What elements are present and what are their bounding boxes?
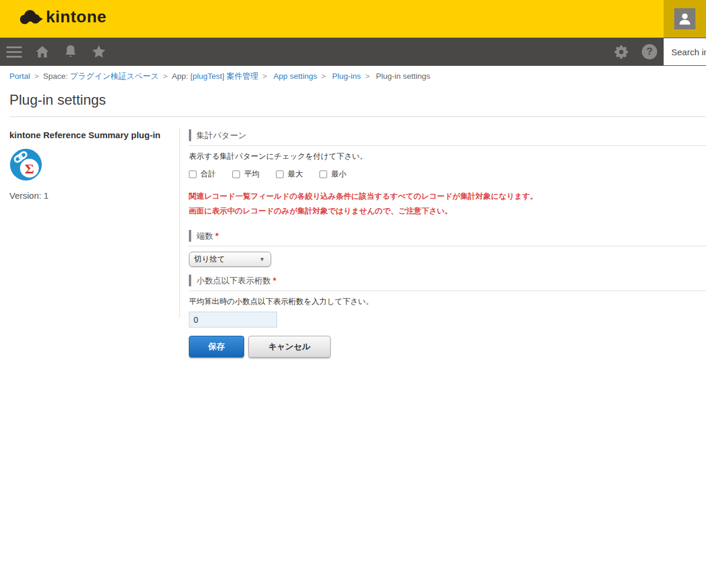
plugin-name: kintone Reference Summary plug-in (9, 129, 170, 141)
nav-right-group: ? (607, 38, 706, 66)
favorites-button[interactable] (85, 38, 113, 66)
plugin-settings-form: 集計パターン 表示する集計パターンにチェックを付けて下さい。 合計 平均 最大 … (189, 129, 706, 358)
menu-hamburger-button[interactable] (0, 38, 28, 66)
person-icon (677, 11, 692, 26)
hamburger-icon (6, 46, 22, 58)
checkbox-max-box (276, 171, 284, 178)
summary-pattern-heading-label: 集計パターン (189, 129, 247, 141)
breadcrumb-current: Plug-in settings (376, 72, 430, 81)
breadcrumb-prefix-app: App: (172, 72, 188, 81)
form-buttons: 保存 キャンセル (189, 336, 706, 358)
page-title: Plug-in settings (9, 92, 106, 108)
warning-line-2: 画面に表示中のレコードのみが集計対象ではりませんので、ご注意下さい。 (189, 203, 706, 218)
breadcrumb-link-app-settings[interactable]: App settings (274, 72, 317, 81)
breadcrumb-separator: > (34, 72, 39, 81)
decimal-places-input[interactable] (189, 312, 277, 328)
rounding-heading-label: 端数* (189, 230, 218, 242)
user-avatar-button[interactable] (674, 8, 695, 29)
checkbox-min[interactable]: 最小 (319, 169, 347, 179)
section-rounding-heading: 端数* (189, 230, 706, 246)
checkbox-min-label: 最小 (331, 169, 347, 179)
gear-icon (614, 44, 629, 59)
checkbox-max-label: 最大 (288, 169, 303, 179)
breadcrumb-link-portal[interactable]: Portal (9, 72, 30, 81)
global-nav-bar: ? (0, 38, 706, 66)
warning-line-1: 関連レコード一覧フィールドの各絞り込み条件に該当するすべてのレコードが集計対象に… (189, 189, 706, 203)
checkbox-max[interactable]: 最大 (276, 169, 303, 179)
checkbox-average-box (232, 171, 240, 178)
breadcrumb: Portal>Space: プラグイン検証スペース>App: [plugTest… (9, 71, 430, 82)
save-button[interactable]: 保存 (189, 336, 244, 358)
checkbox-min-box (319, 171, 327, 178)
breadcrumb-separator: > (321, 72, 326, 81)
sigma-glyph: Σ (25, 161, 34, 176)
star-icon (91, 44, 107, 60)
breadcrumb-separator: > (163, 72, 168, 81)
plugin-info-panel: kintone Reference Summary plug-in Σ Vers… (9, 129, 170, 201)
checkbox-total[interactable]: 合計 (189, 169, 216, 179)
breadcrumb-separator: > (365, 72, 369, 81)
section-summary-pattern-heading: 集計パターン (189, 129, 706, 146)
help-icon: ? (642, 44, 657, 59)
breadcrumb-link-plugins[interactable]: Plug-ins (332, 72, 361, 81)
plugin-icon: Σ (9, 148, 42, 181)
help-button[interactable]: ? (635, 38, 664, 66)
bell-icon (64, 44, 78, 59)
checkbox-total-label: 合計 (201, 169, 216, 179)
top-header-bar: kintone (0, 0, 706, 38)
kintone-logo[interactable]: kintone (18, 8, 106, 26)
panel-divider (179, 128, 180, 318)
decimal-heading-label: 小数点以下表示桁数* (189, 275, 276, 286)
plugin-version: Version: 1 (9, 191, 170, 201)
title-divider (9, 116, 706, 117)
notifications-button[interactable] (56, 38, 85, 66)
rounding-select[interactable]: 切り捨て ▼ (189, 252, 271, 267)
decimal-instruction: 平均算出時の小数点以下表示桁数を入力して下さい。 (189, 296, 706, 307)
checkbox-average-label: 平均 (244, 169, 259, 179)
checkbox-total-box (189, 171, 197, 178)
plugin-settings-page: kintone (0, 0, 706, 588)
checkbox-average[interactable]: 平均 (232, 169, 259, 179)
required-asterisk: * (215, 231, 218, 240)
home-icon (35, 44, 50, 59)
settings-button[interactable] (607, 38, 635, 66)
account-area (664, 0, 706, 38)
chevron-down-icon: ▼ (259, 256, 265, 262)
home-button[interactable] (28, 38, 56, 66)
global-search-input[interactable] (664, 38, 706, 65)
summary-pattern-checkbox-row: 合計 平均 最大 最小 (189, 169, 706, 179)
required-asterisk: * (273, 276, 276, 285)
kintone-cloud-icon (18, 8, 44, 26)
warning-messages: 関連レコード一覧フィールドの各絞り込み条件に該当するすべてのレコードが集計対象に… (189, 189, 706, 218)
breadcrumb-separator: > (262, 72, 267, 81)
cancel-button[interactable]: キャンセル (248, 336, 331, 358)
breadcrumb-prefix-space: Space: (43, 72, 68, 81)
kintone-logo-text: kintone (46, 8, 106, 26)
rounding-selected-value: 切り捨て (194, 254, 225, 265)
summary-pattern-instruction: 表示する集計パターンにチェックを付けて下さい。 (189, 151, 706, 162)
breadcrumb-link-app[interactable]: [plugTest] 案件管理 (190, 72, 258, 81)
breadcrumb-link-space[interactable]: プラグイン検証スペース (70, 72, 159, 81)
section-decimal-heading: 小数点以下表示桁数* (189, 275, 706, 291)
